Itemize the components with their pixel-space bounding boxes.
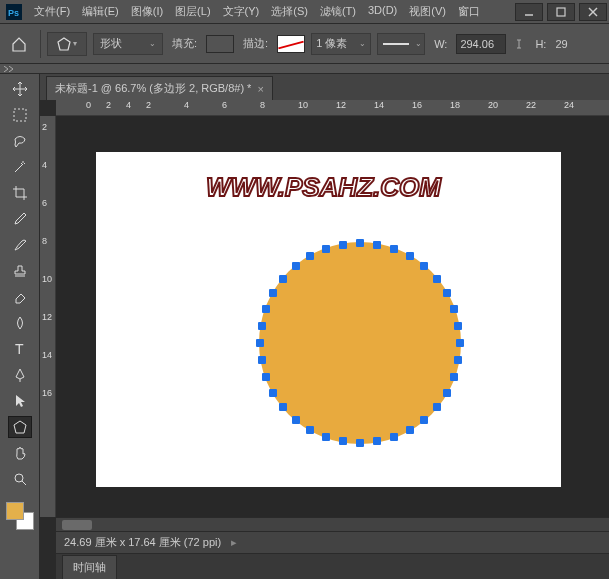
menu-window[interactable]: 窗口	[452, 0, 486, 23]
ruler-horizontal[interactable]: 02424681012141618202224	[56, 100, 609, 116]
anchor-point[interactable]	[443, 389, 451, 397]
anchor-point[interactable]	[390, 433, 398, 441]
magic-wand-tool[interactable]	[8, 156, 32, 178]
eyedropper-tool[interactable]	[8, 208, 32, 230]
anchor-point[interactable]	[433, 275, 441, 283]
menu-type[interactable]: 文字(Y)	[217, 0, 266, 23]
menu-3d[interactable]: 3D(D)	[362, 0, 403, 23]
status-more-icon[interactable]: ▸	[231, 536, 237, 549]
anchor-point[interactable]	[420, 416, 428, 424]
home-button[interactable]	[4, 30, 34, 58]
anchor-point[interactable]	[373, 437, 381, 445]
anchor-point[interactable]	[322, 245, 330, 253]
title-bar: Ps 文件(F) 编辑(E) 图像(I) 图层(L) 文字(Y) 选择(S) 滤…	[0, 0, 609, 24]
anchor-point[interactable]	[279, 403, 287, 411]
marquee-tool[interactable]	[8, 104, 32, 126]
anchor-point[interactable]	[420, 262, 428, 270]
ruler-tick: 10	[42, 274, 52, 284]
type-tool[interactable]: T	[8, 338, 32, 360]
menu-view[interactable]: 视图(V)	[403, 0, 452, 23]
ruler-tick: 2	[42, 122, 47, 132]
svg-rect-8	[14, 109, 26, 121]
foreground-color-swatch[interactable]	[6, 502, 24, 520]
stroke-width-input[interactable]: 1 像素 ⌄	[311, 33, 371, 55]
timeline-tab[interactable]: 时间轴	[62, 555, 117, 579]
anchor-point[interactable]	[256, 339, 264, 347]
anchor-point[interactable]	[454, 356, 462, 364]
crop-tool[interactable]	[8, 182, 32, 204]
tab-close-icon[interactable]: ×	[257, 83, 263, 95]
stroke-swatch[interactable]	[277, 35, 305, 53]
anchor-point[interactable]	[406, 252, 414, 260]
menu-layer[interactable]: 图层(L)	[169, 0, 216, 23]
minimize-button[interactable]	[515, 3, 543, 21]
blur-tool[interactable]	[8, 312, 32, 334]
zoom-tool[interactable]	[8, 468, 32, 490]
anchor-point[interactable]	[454, 322, 462, 330]
ruler-tick: 12	[42, 312, 52, 322]
collapse-bar[interactable]	[0, 64, 609, 74]
anchor-point[interactable]	[258, 322, 266, 330]
anchor-point[interactable]	[433, 403, 441, 411]
canvas-viewport[interactable]: WWW.PSAHZ.COM	[56, 116, 609, 517]
pen-tool[interactable]	[8, 364, 32, 386]
polygon-shape[interactable]	[259, 242, 461, 444]
ruler-tick: 10	[298, 100, 308, 110]
svg-marker-6	[58, 38, 70, 50]
anchor-point[interactable]	[373, 241, 381, 249]
anchor-point[interactable]	[258, 356, 266, 364]
brush-tool[interactable]	[8, 234, 32, 256]
stroke-style-select[interactable]: ⌄	[377, 33, 425, 55]
anchor-point[interactable]	[390, 245, 398, 253]
path-select-tool[interactable]	[8, 390, 32, 412]
anchor-point[interactable]	[456, 339, 464, 347]
anchor-point[interactable]	[269, 389, 277, 397]
width-input[interactable]	[456, 34, 506, 54]
menu-edit[interactable]: 编辑(E)	[76, 0, 125, 23]
anchor-point[interactable]	[450, 373, 458, 381]
anchor-point[interactable]	[306, 252, 314, 260]
svg-rect-3	[557, 8, 565, 16]
hand-tool[interactable]	[8, 442, 32, 464]
ruler-tick: 4	[184, 100, 189, 110]
shape-mode-select[interactable]: 形状 ⌄	[93, 33, 163, 55]
fill-swatch[interactable]	[206, 35, 234, 53]
anchor-point[interactable]	[356, 439, 364, 447]
move-tool[interactable]	[8, 78, 32, 100]
anchor-point[interactable]	[450, 305, 458, 313]
app-logo: Ps	[0, 0, 28, 24]
document-tab[interactable]: 未标题-1 @ 66.7% (多边形 2, RGB/8#) * ×	[46, 76, 273, 100]
anchor-point[interactable]	[262, 373, 270, 381]
anchor-point[interactable]	[356, 239, 364, 247]
maximize-button[interactable]	[547, 3, 575, 21]
menu-file[interactable]: 文件(F)	[28, 0, 76, 23]
shape-mode-label: 形状	[100, 36, 122, 51]
anchor-point[interactable]	[292, 262, 300, 270]
link-icon[interactable]	[512, 37, 526, 51]
horizontal-scrollbar[interactable]	[56, 517, 609, 531]
artboard[interactable]: WWW.PSAHZ.COM	[96, 152, 561, 487]
anchor-point[interactable]	[279, 275, 287, 283]
color-swatches[interactable]	[6, 502, 34, 530]
anchor-point[interactable]	[306, 426, 314, 434]
anchor-point[interactable]	[269, 289, 277, 297]
ruler-vertical[interactable]: 246810121416	[40, 116, 56, 517]
ruler-tick: 4	[126, 100, 131, 110]
close-button[interactable]	[579, 3, 607, 21]
anchor-point[interactable]	[292, 416, 300, 424]
anchor-point[interactable]	[406, 426, 414, 434]
anchor-point[interactable]	[339, 241, 347, 249]
tool-preset-picker[interactable]: ▾	[47, 32, 87, 56]
menu-image[interactable]: 图像(I)	[125, 0, 169, 23]
eraser-tool[interactable]	[8, 286, 32, 308]
anchor-point[interactable]	[262, 305, 270, 313]
anchor-point[interactable]	[339, 437, 347, 445]
stamp-tool[interactable]	[8, 260, 32, 282]
anchor-point[interactable]	[322, 433, 330, 441]
shape-tool[interactable]	[8, 416, 32, 438]
menu-select[interactable]: 选择(S)	[265, 0, 314, 23]
menu-filter[interactable]: 滤镜(T)	[314, 0, 362, 23]
anchor-point[interactable]	[443, 289, 451, 297]
scroll-thumb[interactable]	[62, 520, 92, 530]
lasso-tool[interactable]	[8, 130, 32, 152]
